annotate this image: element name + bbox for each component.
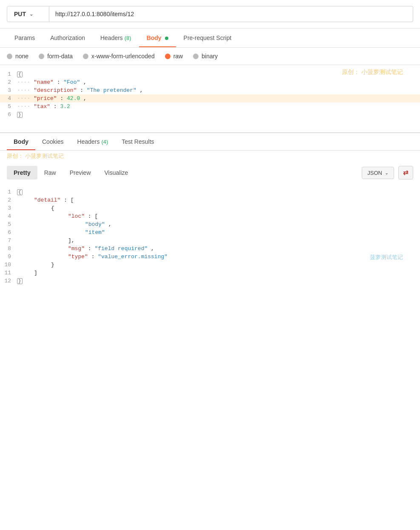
url-input[interactable]	[49, 6, 413, 22]
brace-open-icon: {	[17, 71, 23, 77]
resp-line-8: 8 "msg" : "field required" ,	[0, 245, 420, 253]
radio-circle-none	[7, 54, 12, 59]
format-tabs: Pretty Raw Preview Visualize	[7, 166, 135, 180]
resp-line-7: 7 ],	[0, 237, 420, 245]
tab-body[interactable]: Body	[139, 28, 176, 47]
format-tab-raw[interactable]: Raw	[37, 166, 63, 180]
radio-binary[interactable]: binary	[193, 53, 218, 60]
chevron-down-icon: ⌄	[29, 11, 33, 17]
code-line-3: 3 ···· "description" : "The pretender" ,	[0, 86, 420, 94]
headers-badge: (8)	[125, 35, 131, 41]
response-tabs-nav: Body Cookies Headers (4) Test Results	[0, 133, 420, 151]
tab-params[interactable]: Params	[7, 28, 43, 47]
resp-line-4: 4 "loc" : [	[0, 212, 420, 220]
resp-line-10: 10 }	[0, 261, 420, 269]
chevron-down-icon: ⌄	[385, 170, 389, 176]
wrap-button[interactable]: ⇄	[398, 166, 413, 180]
resp-brace-open: {	[17, 189, 23, 195]
response-watermark-label: 原创： 小菠萝测试笔记	[0, 151, 420, 162]
resp-tab-cookies[interactable]: Cookies	[35, 133, 71, 150]
resp-line-11: 11 ]	[0, 269, 420, 277]
json-format-dropdown[interactable]: JSON ⌄	[362, 167, 394, 179]
resp-line-2: 2 "detail" : [	[0, 196, 420, 204]
radio-circle-binary	[193, 54, 199, 59]
resp-tab-headers[interactable]: Headers (4)	[71, 133, 115, 150]
method-selector[interactable]: PUT ⌄	[7, 6, 49, 22]
body-dot	[165, 37, 168, 40]
wrap-icon: ⇄	[403, 169, 409, 177]
resp-line-12: 12 }	[0, 277, 420, 285]
radio-circle-urlencoded	[83, 54, 88, 59]
tab-headers[interactable]: Headers (8)	[93, 28, 139, 47]
format-tab-visualize[interactable]: Visualize	[98, 166, 135, 180]
response-format-row: Pretty Raw Preview Visualize JSON ⌄ ⇄	[0, 162, 420, 184]
radio-circle-raw	[165, 54, 170, 59]
format-tab-preview[interactable]: Preview	[63, 166, 98, 180]
resp-line-9: 9 "type" : "value_error.missing" 菠萝测试笔记	[0, 253, 420, 261]
radio-none[interactable]: none	[7, 53, 28, 60]
resp-line-5: 5 "body" ,	[0, 220, 420, 228]
code-line-5: 5 ···· "tax" : 3.2	[0, 103, 420, 111]
tab-authorization[interactable]: Authorization	[43, 28, 93, 47]
format-tab-pretty[interactable]: Pretty	[7, 166, 37, 180]
resp-tab-test-results[interactable]: Test Results	[115, 133, 161, 150]
resp-headers-badge: (4)	[101, 139, 108, 145]
response-code-editor: 1 { 2 "detail" : [ 3 { 4 "loc" : [ 5	[0, 184, 420, 328]
resp-watermark-2: 菠萝测试笔记	[370, 254, 403, 261]
radio-form-data[interactable]: form-data	[39, 53, 73, 60]
radio-raw[interactable]: raw	[165, 53, 183, 60]
code-line-2: 2 ···· "name" : "Foo" ,	[0, 78, 420, 86]
brace-close-icon: }	[17, 112, 23, 118]
code-line-6: 6 }	[0, 111, 420, 119]
resp-line-1: 1 {	[0, 188, 420, 196]
code-line-1: 1 {	[0, 70, 420, 78]
resp-line-6: 6 "item"	[0, 228, 420, 237]
request-bar: PUT ⌄	[0, 0, 420, 28]
request-tabs-nav: Params Authorization Headers (8) Body Pr…	[0, 28, 420, 48]
method-label: PUT	[14, 11, 26, 17]
resp-line-3: 3 {	[0, 204, 420, 212]
request-code-editor: 原创： 小菠萝测试笔记 1 { 2 ···· "name" : "Foo" , …	[0, 65, 420, 133]
resp-brace-close: }	[17, 278, 23, 284]
body-type-row: none form-data x-www-form-urlencoded raw…	[0, 48, 420, 65]
radio-circle-form-data	[39, 54, 44, 59]
code-line-4: 4 ···· "price" : 42.0 ,	[0, 94, 420, 103]
resp-tab-body[interactable]: Body	[7, 133, 35, 150]
radio-urlencoded[interactable]: x-www-form-urlencoded	[83, 53, 155, 60]
tab-pre-request[interactable]: Pre-request Script	[176, 28, 239, 47]
